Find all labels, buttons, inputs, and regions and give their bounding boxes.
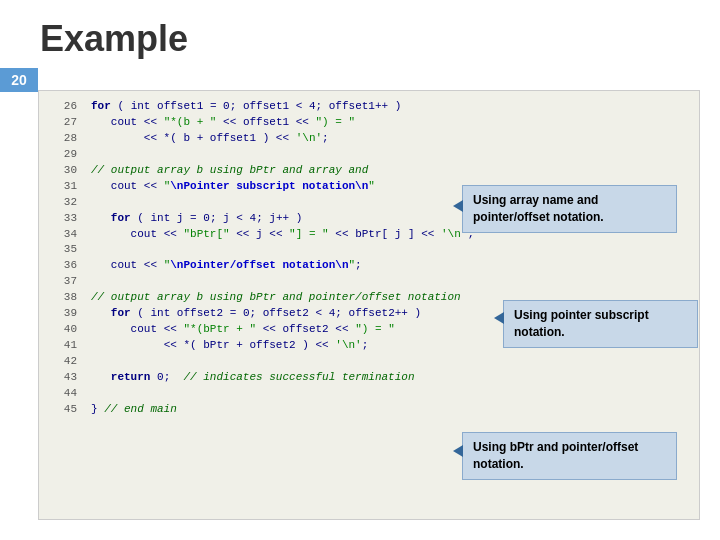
callout-pointer-subscript: Using pointer subscript notation.: [503, 300, 698, 348]
code-line-26: 26 for ( int offset1 = 0; offset1 < 4; o…: [49, 99, 689, 115]
code-line-35: 35: [49, 242, 689, 258]
slide-number: 20: [0, 68, 38, 92]
slide-container: Example 20 26 for ( int offset1 = 0; off…: [0, 0, 720, 540]
callout-bptr: Using bPtr and pointer/offset notation.: [462, 432, 677, 480]
code-line-42: 42: [49, 354, 689, 370]
callout-array-name: Using array name and pointer/offset nota…: [462, 185, 677, 233]
code-line-36: 36 cout << "\nPointer/offset notation\n"…: [49, 258, 689, 274]
code-line-28: 28 << *( b + offset1 ) << '\n';: [49, 131, 689, 147]
slide-title: Example: [40, 18, 188, 59]
code-line-29: 29: [49, 147, 689, 163]
code-line-27: 27 cout << "*(b + " << offset1 << ") = ": [49, 115, 689, 131]
title-area: Example: [0, 0, 720, 68]
code-line-45: 45 } // end main: [49, 402, 689, 418]
code-line-43: 43 return 0; // indicates successful ter…: [49, 370, 689, 386]
code-line-37: 37: [49, 274, 689, 290]
code-line-30: 30 // output array b using bPtr and arra…: [49, 163, 689, 179]
code-line-44: 44: [49, 386, 689, 402]
